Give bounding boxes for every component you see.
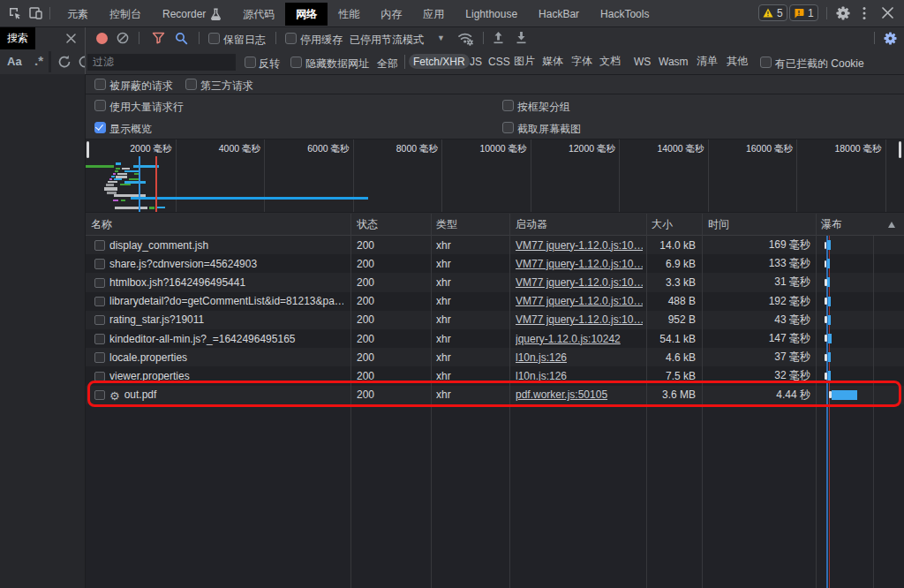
- tab-Recorder[interactable]: Recorder: [152, 3, 232, 26]
- network-overview-timeline[interactable]: 2000 毫秒4000 毫秒6000 毫秒8000 毫秒10000 毫秒1200…: [86, 139, 904, 212]
- capture-screenshots-checkbox[interactable]: [502, 122, 514, 133]
- row-checkbox[interactable]: [94, 259, 105, 269]
- network-settings-gear-icon[interactable]: [884, 32, 897, 45]
- search-drawer-tab[interactable]: 搜索: [0, 27, 35, 49]
- invert-checkbox[interactable]: [245, 57, 256, 68]
- waterfall-download-bar[interactable]: [828, 297, 831, 306]
- import-har-icon[interactable]: [492, 31, 505, 45]
- overview-left-handle[interactable]: [87, 141, 89, 158]
- chip-字体[interactable]: 字体: [567, 54, 597, 69]
- overview-gridline: [885, 139, 886, 212]
- capture-screenshots-label: 截取屏幕截图: [517, 122, 581, 137]
- row-checkbox[interactable]: [94, 297, 105, 307]
- chip-Fetch/XHR[interactable]: Fetch/XHR: [409, 54, 470, 69]
- column-header-类型[interactable]: 类型: [436, 214, 457, 235]
- match-case-icon[interactable]: Aa: [7, 55, 22, 68]
- waterfall-load-line: [829, 404, 831, 588]
- waterfall-download-bar[interactable]: [827, 277, 830, 287]
- regex-icon[interactable]: .*: [34, 53, 43, 68]
- waterfall-download-bar[interactable]: [828, 352, 831, 362]
- throttling-dropdown-icon[interactable]: ▼: [437, 34, 445, 42]
- column-header-大小[interactable]: 大小: [652, 214, 673, 235]
- row-checkbox[interactable]: [94, 240, 105, 251]
- column-header-时间[interactable]: 时间: [708, 214, 729, 235]
- device-toolbar-icon[interactable]: [29, 6, 43, 20]
- show-overview-checkbox[interactable]: [94, 122, 106, 133]
- initiator-link[interactable]: l10n.js:126: [516, 351, 567, 364]
- chip-其他[interactable]: 其他: [722, 54, 752, 69]
- record-button[interactable]: [96, 33, 108, 44]
- tab-性能[interactable]: 性能: [328, 3, 370, 26]
- tab-应用[interactable]: 应用: [412, 3, 455, 26]
- tab-源代码[interactable]: 源代码: [232, 3, 285, 26]
- warnings-badge[interactable]: 5: [758, 4, 787, 21]
- network-conditions-icon[interactable]: [457, 32, 474, 46]
- request-row-kindeditor-all-min.js?_=1642496495165[interactable]: kindeditor-all-min.js?_=1642496495165 20…: [86, 329, 904, 348]
- chip-WS[interactable]: WS: [629, 54, 655, 69]
- refresh-icon[interactable]: [57, 55, 72, 69]
- column-header-状态[interactable]: 状态: [357, 214, 378, 235]
- waterfall-download-bar[interactable]: [828, 315, 831, 325]
- search-icon[interactable]: [175, 32, 188, 45]
- blocked-cookies-checkbox[interactable]: [760, 57, 772, 68]
- close-search-icon[interactable]: [66, 34, 76, 43]
- overview-gridline: [619, 139, 620, 212]
- chip-媒体[interactable]: 媒体: [538, 54, 568, 69]
- settings-gear-icon[interactable]: [836, 6, 850, 20]
- clear-icon[interactable]: [117, 32, 129, 44]
- waterfall-download-bar[interactable]: [828, 334, 832, 343]
- tab-网络[interactable]: 网络: [285, 3, 328, 26]
- tab-内存[interactable]: 内存: [370, 3, 412, 26]
- initiator-link[interactable]: jquery-1.12.0.js:10242: [516, 333, 621, 345]
- request-row-librarydetail?do=getCommentList&id=81213&pa…[interactable]: librarydetail?do=getCommentList&id=81213…: [86, 292, 904, 311]
- row-checkbox[interactable]: [94, 315, 105, 326]
- large-rows-checkbox[interactable]: [94, 100, 106, 111]
- request-row-locale.properties[interactable]: locale.properties 200 xhr l10n.js:126 4.…: [86, 348, 904, 366]
- request-row-share.js?cdnversion=45624903[interactable]: share.js?cdnversion=45624903 200 xhr VM7…: [86, 254, 904, 273]
- hide-data-urls-checkbox[interactable]: [290, 57, 302, 68]
- chip-图片[interactable]: 图片: [509, 54, 539, 69]
- column-header-名称[interactable]: 名称: [91, 214, 112, 235]
- overview-right-handle[interactable]: [899, 141, 901, 158]
- row-checkbox[interactable]: [94, 352, 105, 363]
- blocked-requests-checkbox[interactable]: [94, 79, 106, 90]
- request-row-htmlbox.jsh?1642496495441[interactable]: htmlbox.jsh?1642496495441 200 xhr VM77 j…: [86, 273, 904, 291]
- tab-Lighthouse[interactable]: Lighthouse: [455, 3, 528, 26]
- column-header-瀑布[interactable]: 瀑布: [821, 214, 842, 235]
- tab-元素[interactable]: 元素: [56, 3, 99, 26]
- chip-清单[interactable]: 清单: [692, 54, 722, 69]
- preserve-log-label: 保留日志: [223, 33, 266, 48]
- devtools-window: 元素控制台Recorder源代码网络性能内存应用LighthouseHackBa…: [0, 0, 904, 588]
- close-devtools-icon[interactable]: [882, 7, 893, 19]
- filter-icon[interactable]: [152, 32, 165, 44]
- overview-gridline: [441, 139, 442, 212]
- clear-search-icon[interactable]: [78, 55, 85, 69]
- row-checkbox[interactable]: [94, 334, 105, 344]
- kebab-menu-icon[interactable]: [862, 6, 867, 20]
- tab-控制台[interactable]: 控制台: [99, 3, 152, 26]
- waterfall-download-bar[interactable]: [827, 240, 831, 250]
- column-header-启动器[interactable]: 启动器: [516, 214, 547, 235]
- group-by-frame-checkbox[interactable]: [502, 100, 514, 111]
- throttling-select[interactable]: 已停用节流模式: [350, 33, 424, 48]
- export-har-icon[interactable]: [515, 31, 528, 45]
- request-row-display_comment.jsh[interactable]: display_comment.jsh 200 xhr VM77 jquery-…: [86, 236, 904, 254]
- tab-HackBar[interactable]: HackBar: [528, 3, 590, 26]
- inspect-icon[interactable]: [8, 6, 22, 20]
- row-checkbox[interactable]: [94, 278, 105, 289]
- tab-HackTools[interactable]: HackTools: [590, 3, 659, 26]
- issues-badge[interactable]: 1: [789, 4, 818, 21]
- show-overview-label: 显示概览: [109, 122, 152, 137]
- filter-input[interactable]: 过滤: [87, 54, 236, 71]
- chip-Wasm[interactable]: Wasm: [654, 54, 693, 69]
- preserve-log-checkbox[interactable]: [208, 33, 220, 44]
- disable-cache-checkbox[interactable]: [285, 33, 297, 44]
- search-results-pane: [0, 74, 85, 588]
- chip-文档[interactable]: 文档: [595, 54, 625, 69]
- waterfall-download-bar[interactable]: [828, 371, 831, 381]
- waterfall-download-bar[interactable]: [827, 259, 830, 268]
- third-party-checkbox[interactable]: [185, 79, 197, 90]
- overview-tick-label: 4000 毫秒: [219, 143, 260, 155]
- request-row-rating_star.js?19011[interactable]: rating_star.js?19011 200 xhr VM77 jquery…: [86, 311, 904, 329]
- filter-all[interactable]: 全部: [377, 57, 398, 72]
